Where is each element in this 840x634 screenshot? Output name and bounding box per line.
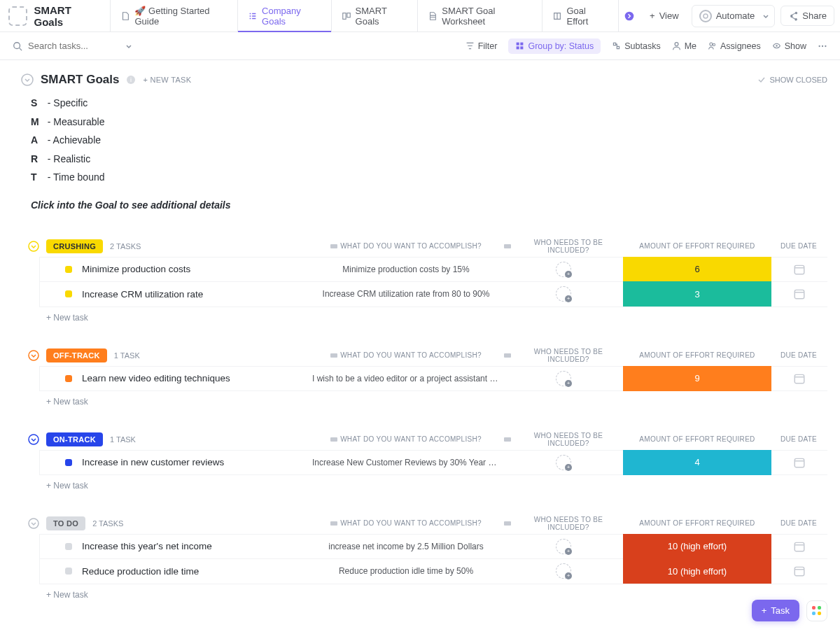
task-assignee[interactable] bbox=[504, 371, 623, 386]
add-view-button[interactable]: + View bbox=[643, 6, 686, 25]
search-input[interactable] bbox=[28, 41, 119, 51]
col-due[interactable]: DUE DATE bbox=[771, 435, 827, 443]
col-effort[interactable]: AMOUNT OF EFFORT REQUIRED bbox=[623, 519, 771, 527]
col-who[interactable]: WHO NEEDS TO BE INCLUDED? bbox=[504, 239, 623, 254]
status-pill[interactable]: CRUSHING bbox=[46, 239, 103, 253]
col-due[interactable]: DUE DATE bbox=[771, 351, 827, 359]
task-row[interactable]: Minimize production costsMinimize produc… bbox=[40, 257, 827, 282]
task-assignee[interactable] bbox=[504, 286, 623, 302]
status-dot[interactable] bbox=[65, 375, 72, 382]
share-button[interactable]: Share bbox=[780, 6, 834, 26]
assignees-button[interactable]: Assignees bbox=[708, 41, 761, 51]
collapse-icon[interactable] bbox=[28, 241, 39, 252]
group-by-button[interactable]: Group by: Status bbox=[508, 38, 601, 54]
nav-tab-0[interactable]: 🚀 Getting Started Guide bbox=[110, 0, 237, 31]
col-effort[interactable]: AMOUNT OF EFFORT REQUIRED bbox=[623, 351, 771, 359]
task-accomplish[interactable]: increase net income by 2.5 Million Dolla… bbox=[308, 542, 504, 551]
space-title[interactable]: SMART Goals bbox=[34, 4, 99, 28]
col-due[interactable]: DUE DATE bbox=[771, 519, 827, 527]
col-who[interactable]: WHO NEEDS TO BE INCLUDED? bbox=[504, 348, 623, 363]
task-name[interactable]: Increase CRM utilization rate bbox=[82, 289, 278, 300]
new-task-row[interactable]: + New task bbox=[21, 307, 827, 323]
col-accomplish[interactable]: WHAT DO YOU WANT TO ACCOMPLISH? bbox=[308, 519, 504, 527]
task-due[interactable] bbox=[771, 540, 827, 553]
status-dot[interactable] bbox=[65, 266, 72, 273]
task-accomplish[interactable]: Reduce production idle time by 50% bbox=[308, 566, 504, 576]
more-button[interactable] bbox=[818, 41, 827, 51]
smart-acronym: S - SpecificM - MeasurableA - Achievable… bbox=[31, 94, 827, 187]
status-dot[interactable] bbox=[65, 568, 72, 575]
status-pill[interactable]: OFF-TRACK bbox=[46, 348, 107, 362]
task-row[interactable]: Increase this year's net incomeincrease … bbox=[40, 534, 827, 559]
task-accomplish[interactable]: Minimize production costs by 15% bbox=[308, 265, 504, 274]
new-task-link[interactable]: + NEW TASK bbox=[143, 76, 191, 84]
task-accomplish[interactable]: Increase New Customer Reviews by 30% Yea… bbox=[308, 458, 504, 467]
task-row[interactable]: Learn new video editing techniquesI wish… bbox=[40, 366, 827, 391]
status-pill[interactable]: TO DO bbox=[46, 516, 85, 530]
nav-tab-3[interactable]: SMART Goal Worksheet bbox=[417, 0, 542, 31]
text-field-icon bbox=[504, 520, 511, 527]
col-accomplish[interactable]: WHAT DO YOU WANT TO ACCOMPLISH? bbox=[308, 242, 504, 250]
status-dot[interactable] bbox=[65, 290, 72, 297]
new-task-row[interactable]: + New task bbox=[21, 584, 827, 600]
nav-tab-2[interactable]: SMART Goals bbox=[331, 0, 418, 31]
status-dot[interactable] bbox=[65, 543, 72, 550]
status-pill[interactable]: ON-TRACK bbox=[46, 432, 103, 446]
collapse-icon[interactable] bbox=[28, 350, 39, 361]
task-due[interactable] bbox=[771, 263, 827, 276]
task-accomplish[interactable]: I wish to be a video editor or a project… bbox=[308, 374, 504, 383]
col-who[interactable]: WHO NEEDS TO BE INCLUDED? bbox=[504, 432, 623, 447]
task-name[interactable]: Reduce production idle time bbox=[82, 566, 278, 577]
col-due[interactable]: DUE DATE bbox=[771, 242, 827, 250]
search-box[interactable] bbox=[13, 41, 153, 51]
task-effort[interactable]: 6 bbox=[623, 257, 771, 282]
task-due[interactable] bbox=[771, 372, 827, 385]
info-icon[interactable]: i bbox=[126, 75, 136, 85]
task-row[interactable]: Increase in new customer reviewsIncrease… bbox=[40, 450, 827, 475]
task-name[interactable]: Increase this year's net income bbox=[82, 541, 278, 551]
me-button[interactable]: Me bbox=[672, 41, 696, 51]
task-assignee[interactable] bbox=[504, 455, 623, 470]
col-accomplish[interactable]: WHAT DO YOU WANT TO ACCOMPLISH? bbox=[308, 435, 504, 443]
space-logo[interactable] bbox=[8, 6, 27, 26]
task-name[interactable]: Minimize production costs bbox=[82, 264, 278, 274]
task-effort[interactable]: 3 bbox=[623, 281, 771, 307]
task-effort[interactable]: 4 bbox=[623, 450, 771, 475]
new-task-row[interactable]: + New task bbox=[21, 391, 827, 407]
nav-tab-1[interactable]: Company Goals bbox=[237, 0, 331, 31]
apps-fab[interactable] bbox=[806, 600, 827, 621]
task-due[interactable] bbox=[771, 565, 827, 577]
col-effort[interactable]: AMOUNT OF EFFORT REQUIRED bbox=[623, 242, 771, 250]
subtasks-button[interactable]: Subtasks bbox=[612, 41, 660, 51]
show-closed-button[interactable]: SHOW CLOSED bbox=[757, 76, 827, 84]
task-assignee[interactable] bbox=[504, 262, 623, 277]
task-effort[interactable]: 10 (high effort) bbox=[623, 534, 771, 559]
task-effort[interactable]: 9 bbox=[623, 366, 771, 391]
nav-arrow[interactable] bbox=[618, 0, 640, 31]
col-accomplish[interactable]: WHAT DO YOU WANT TO ACCOMPLISH? bbox=[308, 351, 504, 359]
show-button[interactable]: Show bbox=[772, 41, 806, 51]
chevron-down-icon[interactable] bbox=[125, 42, 133, 50]
col-effort[interactable]: AMOUNT OF EFFORT REQUIRED bbox=[623, 435, 771, 443]
filter-icon bbox=[465, 41, 475, 50]
collapse-icon[interactable] bbox=[28, 434, 39, 445]
new-task-fab[interactable]: + Task bbox=[752, 600, 799, 621]
task-row[interactable]: Increase CRM utilization rateIncrease CR… bbox=[40, 282, 827, 307]
task-name[interactable]: Increase in new customer reviews bbox=[82, 457, 278, 467]
task-name[interactable]: Learn new video editing techniques bbox=[82, 373, 278, 383]
task-effort[interactable]: 10 (high effort) bbox=[623, 558, 771, 584]
nav-tab-4[interactable]: Goal Effort bbox=[542, 0, 615, 31]
chevron-circle-icon[interactable] bbox=[21, 73, 34, 86]
task-due[interactable] bbox=[771, 288, 827, 300]
status-dot[interactable] bbox=[65, 459, 72, 466]
new-task-row[interactable]: + New task bbox=[21, 475, 827, 491]
task-accomplish[interactable]: Increase CRM utilization rate from 80 to… bbox=[308, 289, 504, 299]
col-who[interactable]: WHO NEEDS TO BE INCLUDED? bbox=[504, 516, 623, 531]
task-assignee[interactable] bbox=[504, 539, 623, 554]
automate-button[interactable]: Automate bbox=[692, 5, 776, 27]
task-row[interactable]: Reduce production idle timeReduce produc… bbox=[40, 559, 827, 584]
task-assignee[interactable] bbox=[504, 563, 623, 579]
filter-button[interactable]: Filter bbox=[465, 41, 498, 51]
task-due[interactable] bbox=[771, 456, 827, 469]
collapse-icon[interactable] bbox=[28, 518, 39, 529]
